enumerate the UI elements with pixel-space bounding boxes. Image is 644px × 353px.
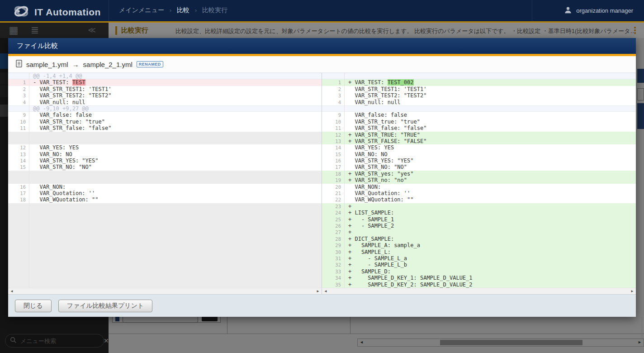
diff-row: 1+ VAR_TEST: TEST_002: [322, 79, 636, 86]
scroll-right-icon[interactable]: ►: [630, 288, 634, 295]
diff-row: [8, 262, 322, 268]
diff-row: 18+ VAR_STR_yes: "yes": [322, 171, 636, 177]
diff-row: [322, 105, 636, 112]
left-pane-hscrollbar[interactable]: ◄ ►: [8, 288, 322, 294]
diff-row: 17 VAR_Quotation: '': [8, 190, 322, 196]
diff-row: [8, 236, 322, 242]
file-compare-modal: ファイル比較 sample_1.yml → sample_2_1.yml REN…: [8, 38, 636, 317]
diff-row: 28+ DICT_SAMPLE:: [322, 236, 636, 242]
diff-row: 9 VAR_false: false: [322, 112, 636, 118]
diff-row: 12 VAR_YES: YES: [8, 144, 322, 151]
diff-row: 16 VAR_STR_YES: "YES": [322, 157, 636, 164]
diff-view: @@ -1,4 +1,4 @@1- VAR_TEST: TEST2 VAR_ST…: [8, 73, 636, 288]
diff-row: [322, 73, 636, 79]
breadcrumb-separator-icon: ›: [195, 7, 197, 14]
diff-row: 3 VAR_STR_TEST2: "TEST2": [8, 92, 322, 99]
close-button[interactable]: 閉じる: [15, 300, 52, 312]
diff-row: 2 VAR_STR_TEST1: 'TEST1': [322, 86, 636, 92]
logo-text: IT Automation: [34, 7, 101, 18]
diff-row: 3 VAR_STR_TEST2: "TEST2": [322, 92, 636, 99]
renamed-badge: RENAMED: [137, 61, 163, 67]
diff-row: [8, 223, 322, 229]
diff-row: [8, 203, 322, 210]
diff-row: 14 VAR_STR_YES: "YES": [8, 157, 322, 164]
diff-row: 29+ SAMPLE_A: sample_a: [322, 242, 636, 248]
top-header: IT Automation メインメニュー › 比較 › 比較実行 organi…: [0, 0, 644, 23]
diff-row: 30+ SAMPLE_L:: [322, 249, 636, 255]
diff-row: 31+ - SAMPLE_L_a: [322, 255, 636, 262]
diff-row: @@ -9,10 +9,27 @@: [8, 105, 322, 112]
diff-row: [8, 210, 322, 216]
file-name-to: sample_2_1.yml: [83, 61, 133, 68]
diff-row: 10 VAR_STR_true: "true": [322, 119, 636, 125]
file-header: sample_1.yml → sample_2_1.yml RENAMED: [8, 56, 636, 73]
diff-row: 22 VAR_WQuotation: "": [322, 196, 636, 203]
diff-row: 34+ SAMPLE_D_KEY_1: SAMPLE_D_VALUE_1: [322, 275, 636, 281]
diff-row: [8, 138, 322, 144]
scroll-right-icon[interactable]: ►: [316, 288, 320, 295]
diff-row: 14 VAR_YES: YES: [322, 144, 636, 151]
app-logo[interactable]: IT Automation: [13, 4, 101, 21]
diff-row: [8, 249, 322, 255]
logo-swirl-icon: [13, 4, 30, 21]
diff-row: [8, 242, 322, 248]
diff-scrollbars: ◄ ► ◄ ►: [8, 288, 636, 294]
diff-row: [8, 268, 322, 275]
rename-arrow: →: [72, 61, 79, 68]
diff-row: [8, 177, 322, 183]
diff-row: 1- VAR_TEST: TEST: [8, 79, 322, 86]
user-icon: [564, 6, 572, 16]
diff-row: 16 VAR_NON:: [8, 184, 322, 190]
user-name: organization manager: [576, 7, 633, 14]
diff-row: 15 VAR_NO: NO: [322, 151, 636, 157]
breadcrumb-compare[interactable]: 比較: [177, 6, 189, 14]
diff-row: 23+: [322, 203, 636, 210]
diff-row: 13+ VAR_STR_FALSE: "FALSE": [322, 138, 636, 144]
diff-row: 27+: [322, 229, 636, 235]
diff-row: [8, 171, 322, 177]
diff-row: 11 VAR_STR_false: "false": [322, 125, 636, 131]
scroll-left-icon[interactable]: ◄: [324, 288, 327, 295]
file-icon: [16, 60, 22, 69]
print-compare-result-button[interactable]: ファイル比較結果プリント: [58, 300, 153, 312]
scroll-left-icon[interactable]: ◄: [10, 288, 14, 295]
diff-row: 18 VAR_WQuotation: "": [8, 196, 322, 203]
diff-row: [8, 216, 322, 223]
right-pane-hscrollbar[interactable]: ◄ ►: [322, 288, 636, 294]
diff-row: 2 VAR_STR_TEST1: 'TEST1': [8, 86, 322, 92]
diff-row: 26+ - SAMPLE_2: [322, 223, 636, 229]
diff-row: @@ -1,4 +1,4 @@: [8, 73, 322, 79]
header-divider: [109, 0, 109, 21]
diff-row: 33+ SAMPLE_D:: [322, 268, 636, 275]
breadcrumb-separator-icon: ›: [170, 7, 171, 14]
diff-row: 11 VAR_STR_false: "false": [8, 125, 322, 131]
diff-row: 17 VAR_STR_NO: "NO": [322, 164, 636, 170]
diff-row: 21 VAR_Quotation: '': [322, 190, 636, 196]
diff-row: [8, 281, 322, 288]
app-root: IT Automation メインメニュー › 比較 › 比較実行 organi…: [0, 0, 644, 353]
diff-row: [8, 229, 322, 235]
file-name-from: sample_1.yml: [26, 61, 68, 68]
diff-row: [8, 132, 322, 138]
diff-row: 24+ LIST_SAMPLE:: [322, 210, 636, 216]
diff-row: [8, 255, 322, 262]
diff-row: 13 VAR_NO: NO: [8, 151, 322, 157]
diff-row: 9 VAR_false: false: [8, 112, 322, 118]
diff-row: 4 VAR_null: null: [8, 99, 322, 105]
diff-row: 12+ VAR_STR_TRUE: "TRUE": [322, 132, 636, 138]
diff-row: 4 VAR_null: null: [322, 99, 636, 105]
diff-row: 15 VAR_STR_NO: "NO": [8, 164, 322, 170]
user-menu[interactable]: organization manager: [532, 0, 633, 21]
modal-title: ファイル比較: [17, 42, 58, 50]
breadcrumb: メインメニュー › 比較 › 比較実行: [119, 6, 227, 14]
diff-row: 20 VAR_NON:: [322, 184, 636, 190]
breadcrumb-main-menu[interactable]: メインメニュー: [119, 6, 164, 14]
modal-footer: 閉じる ファイル比較結果プリント: [8, 294, 636, 317]
diff-pane-right: 1+ VAR_TEST: TEST_0022 VAR_STR_TEST1: 'T…: [322, 73, 636, 288]
diff-row: [8, 275, 322, 281]
modal-header: ファイル比較: [8, 38, 636, 54]
diff-row: 19+ VAR_STR_no: "no": [322, 177, 636, 183]
diff-pane-left: @@ -1,4 +1,4 @@1- VAR_TEST: TEST2 VAR_ST…: [8, 73, 322, 288]
diff-row: 35+ SAMPLE_D_KEY_2: SAMPLE_D_VALUE_2: [322, 281, 636, 288]
diff-row: 10 VAR_STR_true: "true": [8, 119, 322, 125]
